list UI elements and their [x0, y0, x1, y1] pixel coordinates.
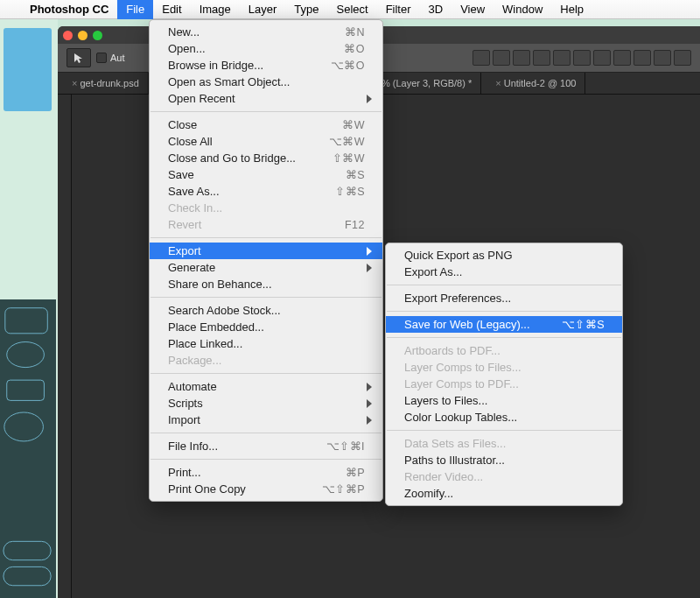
export-menu-item[interactable]: Zoomify... [386, 485, 622, 502]
svg-rect-2 [7, 380, 45, 400]
document-tab-label: get-drunk.psd [80, 78, 139, 88]
export-menu-item[interactable]: Paths to Illustrator... [386, 452, 622, 468]
export-menu-item[interactable]: Quick Export as PNG [386, 247, 622, 264]
menu-item-shortcut: ⌥⇧⌘S [562, 318, 605, 331]
file-menu-item[interactable]: Share on Behance... [150, 276, 382, 292]
align-button[interactable] [513, 50, 530, 66]
document-tab-label: Untitled-2 @ 100 [504, 78, 577, 88]
export-menu-item[interactable]: Save for Web (Legacy)...⌥⇧⌘S [386, 316, 622, 333]
desktop-left-strip [0, 19, 58, 598]
export-menu-item: Render Video... [386, 468, 622, 485]
menu-item-label: Print... [168, 466, 346, 479]
file-menu-item[interactable]: Save As...⇧⌘S [150, 183, 382, 200]
menubar-help[interactable]: Help [551, 0, 592, 19]
menubar-filter[interactable]: Filter [377, 0, 420, 19]
menu-item-label: Layers to Files... [404, 394, 605, 407]
submenu-arrow-icon [367, 247, 372, 256]
menu-item-label: Close All [168, 135, 329, 148]
file-menu-item[interactable]: Export [150, 243, 382, 259]
menubar-image[interactable]: Image [191, 0, 240, 19]
align-button[interactable] [533, 50, 550, 66]
background-window [4, 28, 52, 111]
menu-item-label: Quick Export as PNG [404, 249, 605, 262]
file-menu-item[interactable]: Close and Go to Bridge...⇧⌘W [150, 150, 382, 166]
menu-item-label: Export Preferences... [404, 292, 605, 305]
align-button[interactable] [613, 50, 631, 66]
mac-menubar: Photoshop CC File Edit Image Layer Type … [0, 0, 700, 19]
menubar-file[interactable]: File [117, 0, 153, 19]
menu-item-label: Artboards to PDF... [404, 344, 605, 357]
close-tab-icon[interactable]: × [495, 78, 500, 88]
document-tab[interactable]: × get-drunk.psd [58, 73, 149, 94]
menu-item-label: Close and Go to Bridge... [168, 151, 332, 165]
minimize-window-button[interactable] [78, 31, 88, 40]
menu-item-label: Render Video... [404, 470, 605, 483]
file-menu-item[interactable]: Close All⌥⌘W [150, 133, 382, 150]
zoom-window-button[interactable] [93, 31, 102, 40]
auto-select-label: Aut [110, 53, 125, 63]
close-tab-icon[interactable]: × [72, 78, 77, 88]
auto-select-option[interactable]: Aut [96, 53, 125, 63]
export-menu-item[interactable]: Export Preferences... [386, 290, 622, 306]
align-button[interactable] [553, 50, 570, 66]
menu-item-label: Import [168, 413, 365, 426]
align-button[interactable] [634, 50, 651, 66]
svg-rect-0 [5, 308, 47, 334]
file-menu-item[interactable]: Import [150, 412, 382, 428]
document-tab[interactable]: × Untitled-2 @ 100 [481, 73, 585, 94]
file-menu-item[interactable]: Open Recent [150, 90, 382, 107]
export-submenu: Quick Export as PNGExport As...Export Pr… [385, 243, 623, 506]
file-menu-item[interactable]: Open...⌘O [150, 40, 382, 57]
file-menu-item[interactable]: File Info...⌥⇧⌘I [150, 438, 382, 454]
submenu-arrow-icon [367, 264, 372, 272]
menu-item-label: Share on Behance... [168, 278, 365, 291]
menubar-layer[interactable]: Layer [240, 0, 286, 19]
file-menu-item[interactable]: New...⌘N [150, 24, 382, 40]
file-menu-item[interactable]: Save⌘S [150, 166, 382, 183]
file-menu-item[interactable]: Browse in Bridge...⌥⌘O [150, 57, 382, 74]
file-menu-item[interactable]: Place Linked... [150, 335, 382, 352]
file-menu-item[interactable]: Automate [150, 378, 382, 395]
align-button[interactable] [472, 50, 490, 66]
file-menu-item: Package... [150, 352, 382, 369]
menu-separator [150, 237, 382, 238]
align-button[interactable] [674, 50, 691, 66]
menubar-window[interactable]: Window [494, 0, 551, 19]
align-button[interactable] [593, 50, 611, 66]
file-menu-item[interactable]: Print One Copy⌥⇧⌘P [150, 481, 382, 497]
file-menu-item[interactable]: Generate [150, 259, 382, 276]
export-menu-item[interactable]: Layers to Files... [386, 392, 622, 409]
file-menu-item[interactable]: Search Adobe Stock... [150, 302, 382, 319]
menu-item-label: Zoomify... [404, 487, 605, 500]
svg-point-3 [4, 412, 44, 441]
sketch-shapes [0, 299, 56, 598]
auto-select-checkbox[interactable] [96, 53, 107, 63]
file-menu-item: Check In... [150, 200, 382, 216]
file-menu-item[interactable]: Print...⌘P [150, 464, 382, 481]
file-menu-item[interactable]: Open as Smart Object... [150, 74, 382, 90]
export-menu-item[interactable]: Export As... [386, 264, 622, 280]
align-button[interactable] [573, 50, 591, 66]
menubar-type[interactable]: Type [285, 0, 327, 19]
submenu-arrow-icon [367, 416, 372, 425]
menu-item-label: Export As... [404, 265, 605, 278]
menubar-3d[interactable]: 3D [420, 0, 452, 19]
menu-item-label: Search Adobe Stock... [168, 304, 365, 317]
align-button[interactable] [654, 50, 671, 66]
vertical-ruler[interactable] [58, 95, 72, 598]
menubar-view[interactable]: View [452, 0, 494, 19]
menubar-select[interactable]: Select [327, 0, 376, 19]
menu-item-shortcut: ⇧⌘W [332, 151, 365, 165]
file-menu-item[interactable]: Place Embedded... [150, 319, 382, 335]
menubar-edit[interactable]: Edit [153, 0, 190, 19]
align-button[interactable] [493, 50, 510, 66]
file-menu-item[interactable]: Scripts [150, 395, 382, 412]
svg-rect-4 [4, 541, 51, 559]
export-menu-item[interactable]: Color Lookup Tables... [386, 409, 622, 426]
export-menu-item: Layer Comps to Files... [386, 359, 622, 376]
move-tool-icon[interactable] [66, 48, 91, 67]
app-name[interactable]: Photoshop CC [21, 3, 117, 16]
close-window-button[interactable] [63, 31, 73, 40]
file-menu-item[interactable]: Close⌘W [150, 116, 382, 133]
file-menu-item: RevertF12 [150, 216, 382, 233]
